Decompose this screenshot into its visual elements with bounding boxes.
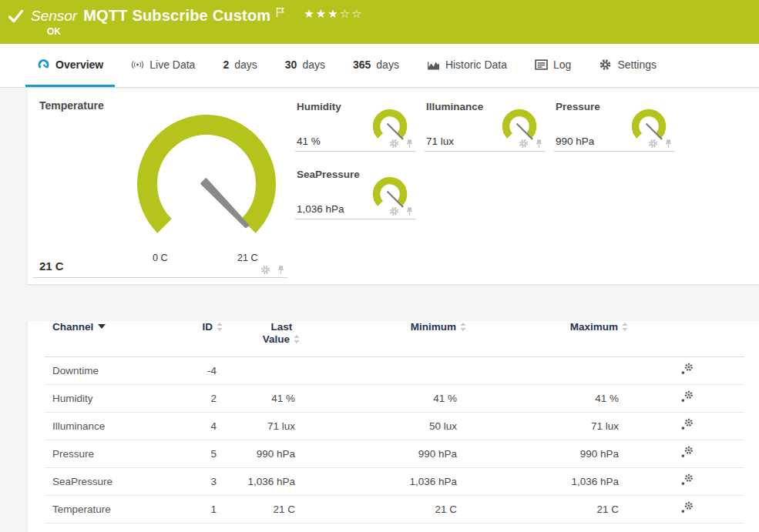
channel-id: 5 (162, 440, 223, 467)
gauge-icon (37, 59, 50, 71)
channel-maximum: 1,036 hPa (467, 467, 629, 495)
channel-settings-gears-icon[interactable] (680, 446, 694, 459)
tab-30-days[interactable]: 30 days (274, 44, 337, 87)
sensor-status-bar: Sensor MQTT Subscribe Custom ★★★☆☆ OK (0, 0, 759, 44)
gauge-tile-pressure: Pressure 990 hPa (554, 95, 675, 152)
channel-minimum: 990 hPa (301, 440, 467, 467)
channel-last-value: 21 C (223, 495, 301, 523)
gauge-value: 1,036 hPa (297, 203, 344, 215)
table-row-humidity: Humidity 2 41 % 41 % 41 % (45, 384, 744, 412)
sort-icon (621, 322, 629, 332)
channel-name: Illuminance (45, 412, 162, 440)
table-row-illuminance: Illuminance 4 71 lux 50 lux 71 lux (45, 412, 744, 440)
tab-label: Log (553, 59, 571, 71)
channel-minimum (301, 356, 467, 384)
channel-name: Pressure (45, 440, 162, 467)
sort-icon (459, 322, 467, 332)
gauge-tile-seapressure: SeaPressure 1,036 hPa (295, 163, 416, 219)
live-data-icon (131, 59, 144, 71)
tab-label: Live Data (149, 59, 195, 71)
gauges-panel: Temperature 0 C 21 C 21 C Humidity 41 % (28, 89, 759, 284)
channel-settings-gears-icon[interactable] (680, 501, 694, 514)
pin-icon[interactable] (534, 139, 544, 149)
table-row-pressure: Pressure 5 990 hPa 990 hPa 990 hPa (45, 440, 744, 467)
channels-panel: Channel ID LastValue Minimum Maximum Dow… (28, 321, 759, 532)
gauge-scale-min: 0 C (153, 253, 167, 263)
mini-gauges-grid: Humidity 41 % Illuminance 71 lux Pressur… (295, 95, 727, 231)
channel-settings-gear-icon[interactable] (389, 206, 399, 216)
stars-filled[interactable]: ★★★ (304, 7, 339, 20)
sensor-status-badge: OK (47, 26, 61, 37)
tab-live-data[interactable]: Live Data (119, 44, 207, 87)
table-row-seapressure: SeaPressure 3 1,036 hPa 1,036 hPa 1,036 … (45, 467, 744, 495)
channel-id: 2 (162, 384, 223, 412)
tab-365-days[interactable]: 365 days (341, 44, 411, 87)
sensor-title: MQTT Subscribe Custom (83, 7, 270, 25)
channel-settings-gear-icon[interactable] (648, 139, 658, 149)
tab-label: days (234, 59, 257, 71)
priority-flag-icon[interactable] (276, 7, 285, 18)
tab-2-days[interactable]: 2 days (211, 44, 268, 87)
tab-log[interactable]: Log (523, 44, 583, 87)
pin-icon[interactable] (405, 139, 415, 149)
table-row-downtime: Downtime -4 (45, 356, 744, 384)
tab-number: 365 (353, 59, 371, 71)
tab-number: 30 (285, 59, 297, 71)
channel-id: 3 (162, 467, 223, 495)
channel-maximum (467, 356, 629, 384)
gauge-scale-max: 21 C (237, 253, 257, 263)
stars-empty[interactable]: ☆☆ (340, 7, 364, 20)
channel-settings-gear-icon[interactable] (519, 139, 529, 149)
gauge-title: Pressure (556, 101, 600, 112)
header-minimum[interactable]: Minimum (301, 321, 467, 356)
channel-minimum: 1,036 hPa (301, 467, 467, 495)
channel-settings-gear-icon[interactable] (260, 265, 270, 275)
caret-down-icon (98, 324, 106, 329)
channel-maximum: 990 hPa (467, 440, 629, 467)
tab-bar: Overview Live Data 2 days 30 days 365 da… (0, 44, 759, 88)
priority-rating[interactable]: ★★★☆☆ (304, 7, 363, 21)
channel-id: -4 (162, 356, 223, 384)
log-icon (535, 59, 548, 71)
channel-settings-gear-icon[interactable] (389, 139, 399, 149)
tab-overview[interactable]: Overview (25, 44, 115, 87)
tab-label: Settings (617, 59, 657, 71)
channel-minimum: 21 C (301, 495, 467, 523)
tab-label: Historic Data (445, 59, 507, 71)
table-row-temperature: Temperature 1 21 C 21 C 21 C (45, 495, 744, 523)
channel-settings-gears-icon[interactable] (680, 363, 694, 376)
channel-last-value (223, 356, 301, 384)
tab-settings[interactable]: Settings (587, 44, 668, 87)
pin-icon[interactable] (276, 265, 286, 275)
tab-label: days (376, 59, 399, 71)
tab-number: 2 (223, 59, 229, 71)
header-maximum[interactable]: Maximum (467, 321, 629, 356)
tab-label: Overview (55, 59, 103, 71)
channel-settings-gears-icon[interactable] (680, 473, 694, 487)
header-actions (629, 321, 744, 356)
sort-icon (293, 334, 301, 344)
temperature-gauge (133, 115, 280, 247)
pin-icon[interactable] (663, 139, 673, 149)
object-kind-label: Sensor (31, 8, 77, 25)
header-id[interactable]: ID (162, 321, 223, 356)
gear-icon (599, 59, 612, 71)
channel-settings-gears-icon[interactable] (680, 418, 694, 431)
header-last-value[interactable]: LastValue (223, 321, 301, 356)
tab-historic-data[interactable]: Historic Data (415, 44, 519, 87)
channel-maximum: 71 lux (467, 412, 629, 440)
header-channel[interactable]: Channel (45, 321, 162, 356)
gauge-tile-humidity: Humidity 41 % (295, 95, 416, 152)
channel-name: SeaPressure (45, 467, 162, 495)
gauge-value: 71 lux (426, 136, 454, 147)
sort-icon (216, 322, 223, 332)
channel-settings-gears-icon[interactable] (680, 390, 694, 403)
pin-icon[interactable] (405, 206, 415, 216)
channel-name: Temperature (45, 495, 162, 523)
gauge-value: 21 C (39, 259, 64, 273)
channel-name: Humidity (45, 384, 162, 412)
gauge-title: Temperature (39, 99, 104, 112)
channel-last-value: 990 hPa (223, 440, 301, 467)
gauge-title: SeaPressure (297, 169, 360, 180)
gauge-title: Illuminance (426, 101, 483, 112)
